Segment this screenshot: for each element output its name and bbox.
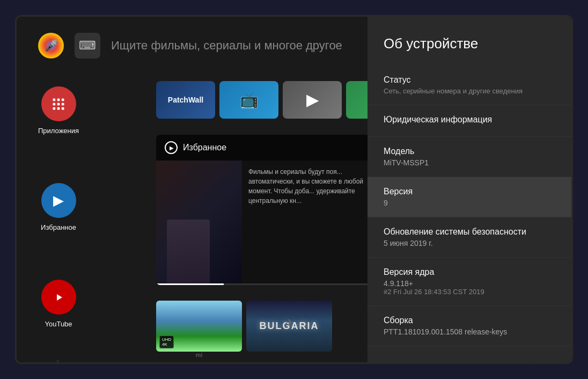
tv-screen: Ищите фильмы, сериалы и многое другое xyxy=(17,17,571,362)
sidebar-item-youtube[interactable]: YouTube xyxy=(41,280,76,328)
settings-item-legal[interactable]: Юридическая информация xyxy=(367,105,571,137)
progress-fill xyxy=(156,283,224,285)
settings-security-value: 5 июня 2019 г. xyxy=(384,239,555,247)
thumbnail-beach[interactable]: UHD4K xyxy=(156,301,242,352)
settings-item-status[interactable]: Статус Сеть, серийные номера и другие св… xyxy=(367,65,571,105)
svg-rect-7 xyxy=(57,107,60,110)
settings-kernel-value2: #2 Fri Jul 26 18:43:53 CST 2019 xyxy=(384,288,555,296)
svg-rect-0 xyxy=(53,98,56,101)
svg-rect-8 xyxy=(62,107,64,110)
mi-logo: mi xyxy=(196,352,203,358)
movie-poster xyxy=(156,161,242,284)
keyboard-icon[interactable] xyxy=(75,33,100,59)
svg-rect-1 xyxy=(57,98,60,101)
search-placeholder: Ищите фильмы, сериалы и многое другое xyxy=(111,39,342,53)
apps-icon xyxy=(41,86,76,121)
right-panel: Об устройстве Статус Сеть, серийные номе… xyxy=(367,17,571,362)
content-body: Фильмы и сериалы будут поя... автоматиче… xyxy=(156,161,381,284)
settings-item-build[interactable]: Сборка PTT1.181019.001.1508 release-keys xyxy=(367,306,571,346)
settings-list: Статус Сеть, серийные номера и другие св… xyxy=(367,65,571,346)
settings-version-value: 9 xyxy=(384,199,555,207)
content-area: Избранное Фильмы и сериалы будут поя... … xyxy=(156,135,381,285)
sidebar-item-favorites[interactable]: ▶ Избранное xyxy=(41,183,76,231)
youtube-label: YouTube xyxy=(45,320,72,328)
svg-rect-3 xyxy=(53,103,56,105)
settings-version-title: Версия xyxy=(384,187,555,196)
thumbnail-bulgaria[interactable]: ✈ BULGARIA xyxy=(246,301,332,352)
settings-legal-title: Юридическая информация xyxy=(384,115,555,125)
play-circle-icon xyxy=(165,141,178,154)
uhd-badge: UHD4K xyxy=(159,336,174,348)
tile-tv[interactable]: 📺 xyxy=(219,81,278,119)
left-panel: Ищите фильмы, сериалы и многое другое xyxy=(17,17,381,362)
tile-tv-icon: 📺 xyxy=(240,91,259,109)
tv-frame: Ищите фильмы, сериалы и многое другое xyxy=(15,15,573,364)
youtube-icon xyxy=(41,280,76,315)
settings-title: Об устройстве xyxy=(367,17,571,65)
content-header: Избранное xyxy=(156,135,381,161)
tile-media-icon: ▶ xyxy=(306,91,318,109)
settings-item-kernel[interactable]: Версия ядра 4.9.118+ #2 Fri Jul 26 18:43… xyxy=(367,258,571,306)
sidebar-item-apps[interactable]: Приложения xyxy=(38,86,79,135)
settings-security-title: Обновление системы безопасности xyxy=(384,227,555,237)
tile-patchwall[interactable]: PatchWall xyxy=(156,81,215,119)
settings-model-value: MiTV-MSSP1 xyxy=(384,158,555,167)
mic-icon[interactable] xyxy=(38,33,64,59)
favorites-icon: ▶ xyxy=(41,183,76,218)
settings-kernel-value: 4.9.118+ xyxy=(384,279,555,288)
content-title: Избранное xyxy=(183,143,226,152)
settings-kernel-title: Версия ядра xyxy=(384,267,555,277)
search-bar: Ищите фильмы, сериалы и многое другое xyxy=(17,33,381,59)
settings-build-title: Сборка xyxy=(384,316,555,325)
tile-patchwall-label: PatchWall xyxy=(168,96,203,104)
drone-icon: ✈ xyxy=(285,317,293,329)
svg-rect-6 xyxy=(53,107,56,110)
svg-rect-5 xyxy=(62,103,64,105)
settings-item-security[interactable]: Обновление системы безопасности 5 июня 2… xyxy=(367,217,571,258)
settings-item-version[interactable]: Версия 9 xyxy=(367,177,571,217)
tile-media[interactable]: ▶ xyxy=(283,81,342,119)
favorites-label: Избранное xyxy=(41,223,76,231)
settings-item-model[interactable]: Модель MiTV-MSSP1 xyxy=(367,137,571,177)
progress-bar xyxy=(156,283,381,285)
sidebar-icons: Приложения ▶ Избранное YouTube xyxy=(38,86,79,328)
settings-model-title: Модель xyxy=(384,147,555,156)
svg-rect-2 xyxy=(62,98,64,101)
settings-build-value: PTT1.181019.001.1508 release-keys xyxy=(384,327,555,336)
settings-status-title: Статус xyxy=(384,75,555,85)
content-description: Фильмы и сериалы будут поя... автоматиче… xyxy=(242,161,381,284)
settings-status-subtitle: Сеть, серийные номера и другие сведения xyxy=(384,87,555,95)
apps-label: Приложения xyxy=(38,127,79,135)
thumbnails: UHD4K ✈ BULGARIA xyxy=(156,301,332,352)
svg-rect-4 xyxy=(57,103,60,105)
